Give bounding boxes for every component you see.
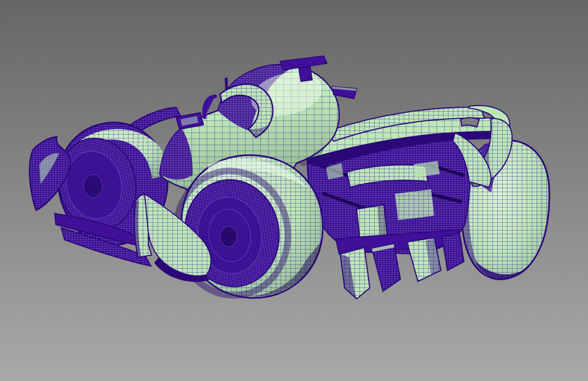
viewport[interactable]: 3D viewport, shaded-with-wireframe rende… <box>0 0 588 381</box>
t-cam-post[interactable] <box>299 66 312 82</box>
gearbox-patch-mesh <box>395 189 434 220</box>
viewport-canvas[interactable] <box>0 0 588 381</box>
front-left-hub[interactable] <box>84 175 102 198</box>
rear-left-hub[interactable] <box>220 226 237 247</box>
rear-wing-cutout <box>461 118 479 127</box>
